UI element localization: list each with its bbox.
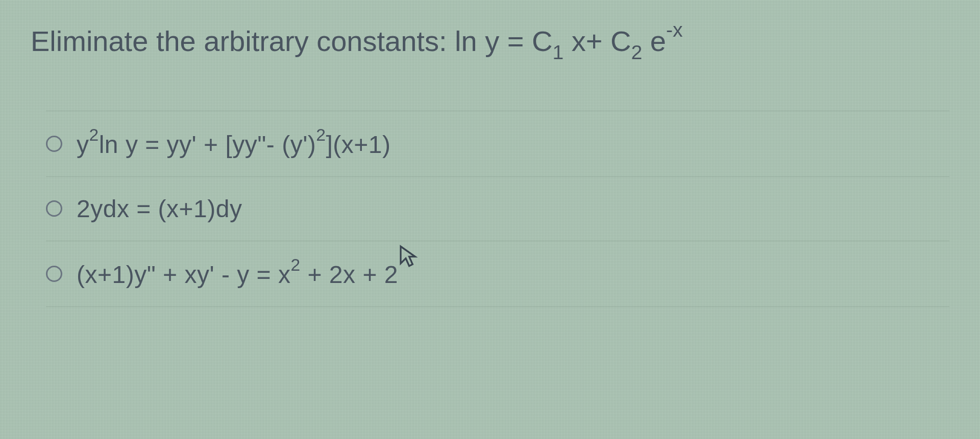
- option-row-2[interactable]: 2ydx = (x+1)dy: [46, 177, 949, 241]
- opt1-p3: ](x+1): [326, 131, 390, 158]
- question-prefix: Eliminate the arbitrary constants: ln y …: [31, 25, 552, 57]
- opt3-sup1: 2: [290, 255, 300, 274]
- opt1-sup1: 2: [89, 125, 99, 144]
- question-text: Eliminate the arbitrary constants: ln y …: [31, 20, 949, 65]
- question-sub2: 2: [631, 41, 643, 63]
- radio-icon[interactable]: [46, 200, 62, 217]
- option-text-3: (x+1)y" + xy' - y = x2 + 2x + 2: [77, 259, 398, 289]
- question-mid: x+ C: [564, 25, 631, 57]
- opt3-p1: (x+1)y" + xy' - y = x: [77, 261, 290, 288]
- opt2-p1: 2ydx = (x+1)dy: [77, 195, 242, 222]
- option-row-1[interactable]: y2ln y = yy' + [yy"- (y')2](x+1): [46, 111, 949, 177]
- radio-icon[interactable]: [46, 136, 62, 152]
- options-container: y2ln y = yy' + [yy"- (y')2](x+1) 2ydx = …: [31, 111, 949, 307]
- question-exp-sup: -x: [666, 19, 683, 41]
- option-row-3[interactable]: (x+1)y" + xy' - y = x2 + 2x + 2: [46, 241, 949, 307]
- opt1-p2: ln y = yy' + [yy"- (y'): [99, 131, 316, 158]
- opt1-p1: y: [77, 131, 89, 158]
- opt1-sup2: 2: [316, 125, 326, 144]
- question-exp-base: e: [642, 25, 666, 57]
- radio-icon[interactable]: [46, 266, 62, 282]
- cursor-icon: [398, 245, 419, 270]
- option-text-1: y2ln y = yy' + [yy"- (y')2](x+1): [77, 129, 391, 159]
- question-sub1: 1: [552, 41, 564, 63]
- option-text-2: 2ydx = (x+1)dy: [77, 195, 242, 223]
- opt3-p2: + 2x + 2: [301, 261, 398, 288]
